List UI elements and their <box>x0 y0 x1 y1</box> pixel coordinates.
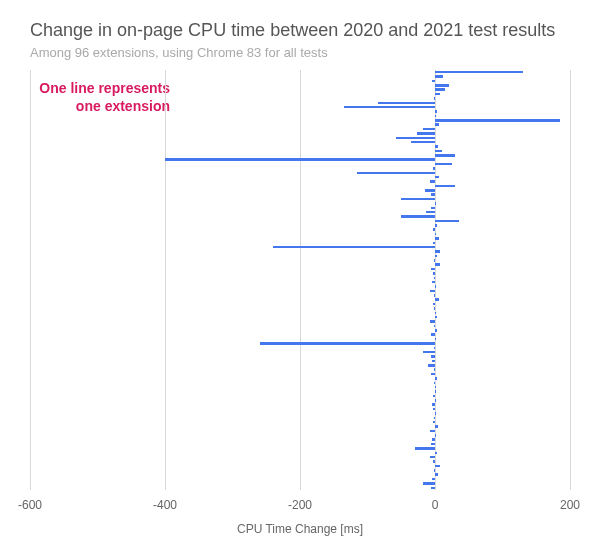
chart-annotation: One line represents one extension <box>20 80 170 115</box>
data-bar <box>435 255 437 257</box>
data-bar <box>433 460 435 462</box>
gridline <box>165 70 166 490</box>
chart-title: Change in on-page CPU time between 2020 … <box>30 20 570 41</box>
data-bar <box>432 360 435 362</box>
data-bar <box>434 382 435 384</box>
data-bar <box>430 456 435 458</box>
data-bar <box>435 115 436 117</box>
data-bar <box>434 97 435 99</box>
data-bar <box>433 228 435 230</box>
data-bar <box>432 281 435 283</box>
x-tick-label: -600 <box>18 498 42 512</box>
data-bar <box>435 202 436 204</box>
data-bar <box>165 158 435 160</box>
data-bar <box>433 167 435 169</box>
data-bar <box>435 312 436 314</box>
data-bar <box>423 482 435 484</box>
x-tick-label: 200 <box>560 498 580 512</box>
x-tick-label: 0 <box>432 498 439 512</box>
x-axis-label: CPU Time Change [ms] <box>30 522 570 536</box>
data-bar <box>430 180 435 182</box>
x-tick-label: -200 <box>288 498 312 512</box>
data-bar <box>434 417 435 419</box>
data-bar <box>435 154 455 156</box>
data-bar <box>433 408 435 410</box>
data-bar <box>428 364 435 366</box>
data-bar <box>432 403 435 405</box>
data-bar <box>434 277 435 279</box>
data-bar <box>435 465 440 467</box>
data-bar <box>432 478 435 480</box>
data-bar <box>435 145 438 147</box>
gridline <box>30 70 31 490</box>
data-bar <box>435 377 437 379</box>
data-bar <box>260 342 436 344</box>
data-bar <box>433 395 435 397</box>
data-bar <box>435 93 440 95</box>
data-bar <box>423 351 435 353</box>
data-bar <box>435 224 437 226</box>
data-bar <box>430 430 435 432</box>
data-bar <box>435 434 436 436</box>
data-bar <box>435 185 455 187</box>
data-bar <box>435 220 459 222</box>
data-bar <box>434 368 435 370</box>
data-bar <box>433 421 435 423</box>
data-bar <box>430 320 435 322</box>
chart-subtitle: Among 96 extensions, using Chrome 83 for… <box>30 45 570 60</box>
data-bar <box>432 438 435 440</box>
data-bar <box>411 141 435 143</box>
data-bar <box>426 211 435 213</box>
x-axis-ticks: -600-400-2000200 <box>30 492 570 522</box>
data-bar <box>435 452 437 454</box>
data-bar <box>435 473 438 475</box>
data-bar <box>435 316 437 318</box>
data-bar <box>434 347 435 349</box>
chart-container: Change in on-page CPU time between 2020 … <box>0 0 600 553</box>
data-bar <box>431 268 435 270</box>
data-bar <box>433 272 435 274</box>
data-bar <box>435 163 452 165</box>
data-bar <box>423 128 435 130</box>
x-tick-label: -400 <box>153 498 177 512</box>
data-bar <box>425 189 435 191</box>
data-bar <box>401 198 435 200</box>
data-bar <box>415 447 435 449</box>
data-bar <box>435 412 436 414</box>
gridline <box>300 70 301 490</box>
data-bar <box>396 137 435 139</box>
data-bar <box>435 329 437 331</box>
data-bar <box>435 390 436 392</box>
data-bar <box>378 102 435 104</box>
data-bar <box>432 80 435 82</box>
data-bar <box>433 242 435 244</box>
plot-area: One line represents one extension <box>30 70 570 490</box>
data-bar <box>434 259 435 261</box>
data-bar <box>431 487 435 489</box>
data-bar <box>433 303 435 305</box>
data-bar <box>435 110 437 112</box>
data-bar <box>431 355 435 357</box>
data-bar <box>435 386 436 388</box>
data-bar <box>273 246 435 248</box>
data-bar <box>435 233 436 235</box>
data-bar <box>431 333 435 335</box>
data-bar <box>435 75 443 77</box>
data-bar <box>431 373 435 375</box>
data-bar <box>434 325 435 327</box>
data-bar <box>434 307 435 309</box>
data-bar <box>417 132 435 134</box>
data-bar <box>401 215 435 217</box>
data-bar <box>435 88 445 90</box>
data-bar <box>435 250 440 252</box>
data-bar <box>430 290 435 292</box>
data-bar <box>431 207 435 209</box>
data-bar <box>435 150 442 152</box>
data-bar <box>434 294 435 296</box>
data-bar <box>435 285 436 287</box>
data-bar <box>435 84 449 86</box>
data-bar <box>435 119 560 121</box>
data-bar <box>434 469 435 471</box>
gridline <box>570 70 571 490</box>
data-bar <box>435 338 436 340</box>
